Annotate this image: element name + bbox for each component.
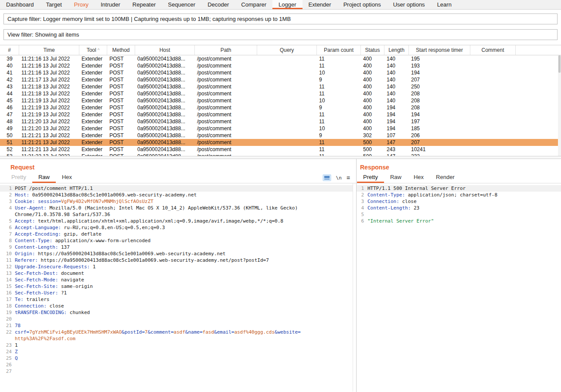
table-row-selected[interactable]: 5111:21:21 13 Jul 2022ExtenderPOST0a9500…	[0, 139, 561, 146]
cell-method: POST	[107, 132, 135, 139]
table-row[interactable]: 3911:21:16 13 Jul 2022ExtenderPOST0a9500…	[0, 55, 561, 62]
cell-time: 11:21:21 13 Jul 2022	[19, 146, 79, 153]
column-header-tool[interactable]: Tool^	[79, 45, 107, 55]
cell-comment	[470, 83, 516, 90]
request-editor-toolbar: \n≡	[323, 174, 350, 181]
main-tab-sequencer[interactable]: Sequencer	[162, 0, 201, 9]
view-filter-bar[interactable]: View filter: Showing all items	[3, 29, 558, 40]
main-tab-logger[interactable]: Logger	[272, 0, 302, 9]
request-tab-pretty[interactable]: Pretty	[5, 174, 32, 183]
table-row[interactable]: 4711:21:19 13 Jul 2022ExtenderPOST0a9500…	[0, 111, 561, 118]
table-row[interactable]: 4411:21:18 13 Jul 2022ExtenderPOST0a9500…	[0, 90, 561, 97]
column-header-query[interactable]: Query	[257, 45, 317, 55]
cell-start-response-timer: 208	[409, 97, 470, 104]
response-code-text: HTTP/1.1 500 Internal Server Error	[367, 185, 466, 192]
table-row[interactable]: 4511:21:19 13 Jul 2022ExtenderPOST0a9500…	[0, 97, 561, 104]
request-code-text: 78	[15, 322, 20, 329]
response-tab-pretty[interactable]: Pretty	[357, 174, 384, 183]
logger-table-header: #TimeTool^MethodHostPathQueryParam count…	[0, 45, 561, 55]
request-code-line: 7Accept-Encoding: gzip, deflate	[0, 231, 353, 237]
column-header-host[interactable]: Host	[135, 45, 195, 55]
capture-filter-bar[interactable]: Capture filter: Logger memory limit set …	[3, 14, 558, 24]
cell-length: 140	[384, 62, 409, 69]
response-tab-hex[interactable]: Hex	[408, 174, 430, 183]
table-row[interactable]: 4211:21:17 13 Jul 2022ExtenderPOST0a9500…	[0, 76, 561, 83]
main-tab-intruder[interactable]: Intruder	[95, 0, 126, 9]
line-number: 19	[0, 309, 15, 316]
cell-method: POST	[107, 55, 135, 62]
main-tab-proxy[interactable]: Proxy	[68, 0, 95, 9]
line-number: 5	[0, 218, 15, 224]
cell-status: 400	[361, 104, 384, 111]
main-tab-target[interactable]: Target	[40, 0, 68, 9]
request-tab-raw[interactable]: Raw	[32, 174, 56, 183]
cell-length: 140	[384, 83, 409, 90]
table-row[interactable]: 4111:21:16 13 Jul 2022ExtenderPOST0a9500…	[0, 69, 561, 76]
main-tab-decoder[interactable]: Decoder	[201, 0, 235, 9]
table-row[interactable]: 4611:21:19 13 Jul 2022ExtenderPOST0a9500…	[0, 104, 561, 111]
table-scrollbar[interactable]	[558, 55, 561, 156]
cell-query	[257, 146, 317, 153]
cell-host: 0a9500020413d88...	[135, 111, 195, 118]
main-tab-comparer[interactable]: Comparer	[235, 0, 272, 9]
response-tab-raw[interactable]: Raw	[384, 174, 408, 183]
column-header-param-count[interactable]: Param count	[317, 45, 361, 55]
cell-: 40	[0, 62, 19, 69]
table-row[interactable]: 5211:21:21 13 Jul 2022ExtenderPOST0a9500…	[0, 146, 561, 153]
table-row[interactable]: 4011:21:16 13 Jul 2022ExtenderPOST0a9500…	[0, 62, 561, 69]
cell-start-response-timer: 197	[409, 118, 470, 125]
main-tab-dashboard[interactable]: Dashboard	[0, 0, 40, 9]
cell-start-response-timer: 208	[409, 90, 470, 97]
column-header-path[interactable]: Path	[195, 45, 257, 55]
table-row[interactable]: 5311:21:22 13 Jul 2022ExtenderPOST0a9500…	[0, 153, 561, 156]
line-number: 21	[0, 322, 15, 329]
response-tab-render[interactable]: Render	[430, 174, 461, 183]
table-row[interactable]: 5011:21:21 13 Jul 2022ExtenderPOST0a9500…	[0, 132, 561, 139]
column-header-time[interactable]: Time	[19, 45, 79, 55]
request-tab-hex[interactable]: Hex	[56, 174, 78, 183]
response-editor[interactable]: 1HTTP/1.1 500 Internal Server Error2Cont…	[357, 183, 561, 392]
cell-param-count: 10	[317, 69, 361, 76]
table-row[interactable]: 4311:21:18 13 Jul 2022ExtenderPOST0a9500…	[0, 83, 561, 90]
main-tab-project-options[interactable]: Project options	[337, 0, 387, 9]
column-header-[interactable]: #	[0, 45, 19, 55]
main-tab-learn[interactable]: Learn	[431, 0, 458, 9]
table-row[interactable]: 4811:21:20 13 Jul 2022ExtenderPOST0a9500…	[0, 118, 561, 125]
horizontal-splitter[interactable]	[0, 156, 561, 159]
request-editor[interactable]: 1POST /post/comment HTTP/1.12Host: 0a950…	[0, 183, 353, 392]
line-number: 1	[0, 185, 15, 192]
main-tab-repeater[interactable]: Repeater	[126, 0, 162, 9]
word-wrap-toggle-icon[interactable]	[323, 174, 331, 181]
column-header-comment[interactable]: Comment	[470, 45, 516, 55]
line-number: 3	[0, 198, 15, 205]
line-number: 6	[0, 224, 15, 231]
table-scrollbar-thumb[interactable]	[558, 55, 561, 73]
cell-query	[257, 90, 317, 97]
cell-comment	[470, 139, 516, 146]
cell-time: 11:21:16 13 Jul 2022	[19, 62, 79, 69]
column-header-method[interactable]: Method	[107, 45, 135, 55]
request-code-line: 2Host: 0a9500020413d88ac08c5c1e001a0069.…	[0, 192, 353, 198]
main-tab-user-options[interactable]: User options	[387, 0, 431, 9]
main-tab-extender[interactable]: Extender	[303, 0, 337, 9]
show-newlines-icon[interactable]: \n	[336, 175, 342, 181]
editor-menu-icon[interactable]: ≡	[347, 175, 350, 181]
cell-path: /post/comment	[195, 90, 257, 97]
column-header-start-response-timer[interactable]: Start response timer	[409, 45, 470, 55]
cell-query	[257, 83, 317, 90]
cell-host: 0a9500020413d88...	[135, 132, 195, 139]
request-code-line: 25Q	[0, 355, 353, 362]
line-number: 22	[0, 329, 15, 335]
request-code-line: http%3A%2F%2Fasdf.com	[0, 335, 353, 342]
column-header-length[interactable]: Length	[384, 45, 409, 55]
cell-path: /post/comment	[195, 153, 257, 156]
cell-status: 500	[361, 153, 384, 156]
column-header-status[interactable]: Status	[361, 45, 384, 55]
cell-method: POST	[107, 90, 135, 97]
cell-tool: Extender	[79, 76, 107, 83]
request-code-line: 10Origin: https://0a9500020413d88ac08c5c…	[0, 250, 353, 257]
line-number: 5	[357, 211, 367, 218]
cell-time: 11:21:16 13 Jul 2022	[19, 69, 79, 76]
table-row[interactable]: 4911:21:20 13 Jul 2022ExtenderPOST0a9500…	[0, 125, 561, 132]
message-editors: Request PrettyRawHex\n≡ 1POST /post/comm…	[0, 159, 561, 392]
